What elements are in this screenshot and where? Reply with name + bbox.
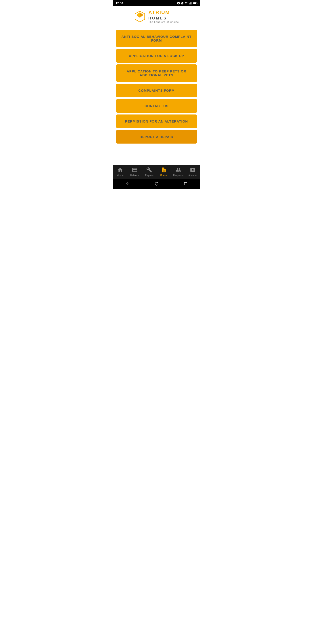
android-nav-bar [113, 179, 200, 189]
nav-account[interactable]: Account [186, 167, 200, 177]
alteration-label: PERMISSION FOR AN ALTERATION [125, 120, 188, 123]
sim-icon [181, 2, 184, 5]
home-button[interactable] [154, 181, 159, 186]
lock-up-button[interactable]: APPLICATION FOR A LOCK-UP [116, 49, 197, 62]
logo-text: ATRIUM HOMES The Landlord of Choice [148, 10, 179, 23]
back-button[interactable] [125, 181, 130, 186]
status-time: 12:50 [116, 2, 123, 5]
nav-repairs[interactable]: Repairs [142, 167, 157, 177]
alteration-button[interactable]: PERMISSION FOR AN ALTERATION [116, 114, 197, 128]
logo-hexagon [134, 11, 146, 22]
svg-rect-5 [193, 2, 196, 4]
svg-rect-14 [184, 182, 187, 185]
logo-title-part2: HOMES [148, 16, 167, 20]
requests-icon [175, 167, 181, 173]
app-header: ATRIUM HOMES The Landlord of Choice [113, 6, 200, 27]
nav-forms[interactable]: Forms [157, 167, 171, 177]
nav-requests-label: Requests [173, 174, 183, 177]
status-bar: 12:50 [113, 0, 200, 6]
nav-requests[interactable]: Requests [171, 167, 186, 177]
nav-account-label: Account [188, 174, 197, 177]
repairs-icon [146, 167, 152, 173]
logo-container: ATRIUM HOMES The Landlord of Choice [134, 10, 179, 23]
repair-label: REPORT A REPAIR [140, 135, 173, 139]
anti-social-label: ANTI-SOCIAL BEHAVIOUR COMPLAINT FORM [120, 35, 194, 42]
pets-label: APPLICATION TO KEEP PETS OR ADDITIONAL P… [120, 69, 194, 77]
lock-up-label: APPLICATION FOR A LOCK-UP [129, 54, 184, 58]
balance-icon [132, 167, 138, 173]
nav-home[interactable]: Home [113, 167, 128, 177]
recents-button[interactable] [183, 181, 188, 186]
settings-icon [177, 2, 180, 5]
forms-icon [161, 167, 167, 173]
svg-rect-6 [197, 3, 197, 4]
nav-home-label: Home [117, 174, 123, 177]
nav-repairs-label: Repairs [145, 174, 153, 177]
repair-button[interactable]: REPORT A REPAIR [116, 130, 197, 144]
complaints-button[interactable]: COMPLAINTS FORM [116, 84, 197, 97]
pets-button[interactable]: APPLICATION TO KEEP PETS OR ADDITIONAL P… [116, 64, 197, 82]
contact-button[interactable]: CONTACT US [116, 99, 197, 113]
contact-label: CONTACT US [145, 104, 168, 108]
svg-rect-3 [191, 2, 191, 4]
svg-rect-2 [190, 2, 191, 4]
svg-point-13 [155, 182, 158, 185]
logo-title-part1: ATRIUM [148, 10, 170, 15]
main-content: ANTI-SOCIAL BEHAVIOUR COMPLAINT FORM APP… [113, 27, 200, 165]
complaints-label: COMPLAINTS FORM [138, 88, 175, 92]
wifi-icon [185, 2, 188, 5]
nav-balance[interactable]: Balance [128, 167, 142, 177]
status-icons [177, 2, 198, 5]
battery-icon [193, 2, 198, 4]
svg-rect-0 [189, 3, 189, 4]
logo-title: ATRIUM HOMES [148, 10, 179, 20]
nav-balance-label: Balance [130, 174, 139, 177]
nav-forms-label: Forms [160, 174, 167, 177]
logo-subtitle: The Landlord of Choice [148, 20, 179, 23]
bottom-nav: Home Balance Repairs Forms [113, 165, 200, 179]
svg-rect-1 [190, 3, 190, 4]
home-icon [117, 167, 123, 173]
signal-icon [189, 2, 192, 5]
anti-social-button[interactable]: ANTI-SOCIAL BEHAVIOUR COMPLAINT FORM [116, 30, 197, 47]
account-icon [190, 167, 196, 173]
